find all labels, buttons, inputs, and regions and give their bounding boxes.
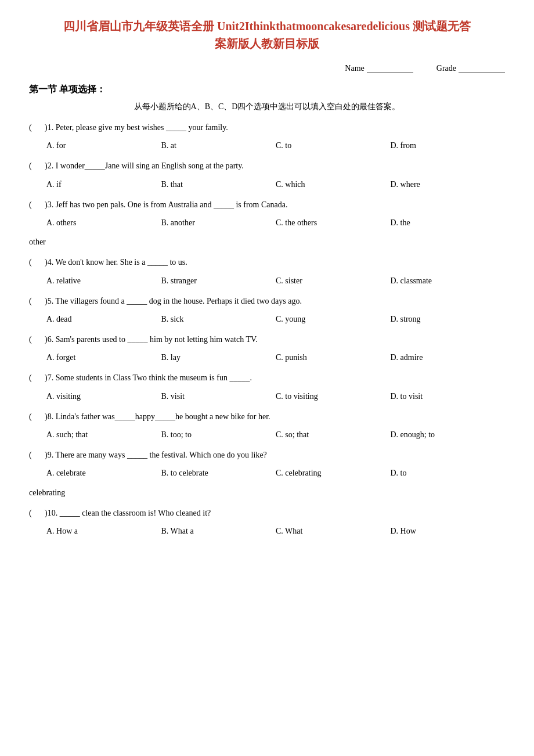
option-2-1: B. that <box>161 177 276 192</box>
name-field: Name <box>345 64 413 73</box>
options-2: A. ifB. thatC. whichD. where <box>46 177 505 192</box>
option-4-3: D. classmate <box>391 273 506 288</box>
option-7-0: A. visiting <box>46 389 161 404</box>
title-line1: 四川省眉山市九年级英语全册 Unit2Ithinkthatmooncakesar… <box>29 17 505 35</box>
option-6-0: A. forget <box>46 350 161 365</box>
question-text-3: ( )3. Jeff has two pen pals. One is from… <box>29 197 505 212</box>
option-9-3: D. to <box>391 466 506 480</box>
question-text-4: ( )4. We don't know her. She is a _____ … <box>29 255 505 269</box>
option-9-1: B. to celebrate <box>161 466 276 480</box>
option-6-1: B. lay <box>161 350 276 365</box>
name-underline <box>367 64 413 73</box>
option-2-0: A. if <box>46 177 161 192</box>
option-7-3: D. to visit <box>391 389 506 404</box>
option-1-2: C. to <box>276 138 391 153</box>
option-8-2: C. so; that <box>276 427 391 442</box>
question-text-9: ( )9. There are many ways _____ the fest… <box>29 448 505 462</box>
grade-label: Grade <box>436 64 456 73</box>
option-1-0: A. for <box>46 138 161 153</box>
question-7: ( )7. Some students in Class Two think t… <box>29 370 505 403</box>
option-10-0: A. How a <box>46 524 161 538</box>
option-8-0: A. such; that <box>46 427 161 442</box>
question-text-8: ( )8. Linda's father was_____happy_____h… <box>29 409 505 424</box>
option-3-3: D. the <box>391 215 506 230</box>
option-8-1: B. too; to <box>161 427 276 442</box>
title-line2: 案新版人教新目标版 <box>29 35 505 52</box>
option-6-2: C. punish <box>276 350 391 365</box>
option-9-2: C. celebrating <box>276 466 391 480</box>
section1-instruction: 从每小题所给的A、B、C、D四个选项中选出可以填入空白处的最佳答案。 <box>29 102 505 112</box>
question-text-1: ( )1. Peter, please give my best wishes … <box>29 120 505 135</box>
question-9: ( )9. There are many ways _____ the fest… <box>29 448 505 500</box>
name-label: Name <box>345 64 364 73</box>
option-7-2: C. to visiting <box>276 389 391 404</box>
options-8: A. such; thatB. too; toC. so; thatD. eno… <box>46 427 505 442</box>
grade-underline <box>459 64 505 73</box>
option-3-2: C. the others <box>276 215 391 230</box>
option-5-1: B. sick <box>161 312 276 326</box>
question-5: ( )5. The villagers found a _____ dog in… <box>29 294 505 326</box>
questions-container: ( )1. Peter, please give my best wishes … <box>29 120 505 538</box>
option-10-3: D. How <box>391 524 506 538</box>
question-6: ( )6. Sam's parents used to _____ him by… <box>29 332 505 365</box>
options-1: A. forB. atC. toD. from <box>46 138 505 153</box>
option-2-2: C. which <box>276 177 391 192</box>
option-1-1: B. at <box>161 138 276 153</box>
option-5-0: A. dead <box>46 312 161 326</box>
question-10: ( )10. _____ clean the classroom is! Who… <box>29 506 505 538</box>
title-block: 四川省眉山市九年级英语全册 Unit2Ithinkthatmooncakesar… <box>29 17 505 52</box>
question-1: ( )1. Peter, please give my best wishes … <box>29 120 505 153</box>
question-text-6: ( )6. Sam's parents used to _____ him by… <box>29 332 505 347</box>
option-8-3: D. enough; to <box>391 427 506 442</box>
question-4: ( )4. We don't know her. She is a _____ … <box>29 255 505 287</box>
option-5-2: C. young <box>276 312 391 326</box>
grade-field: Grade <box>436 64 505 73</box>
question-3: ( )3. Jeff has two pen pals. One is from… <box>29 197 505 250</box>
question-text-5: ( )5. The villagers found a _____ dog in… <box>29 294 505 308</box>
option-2-3: D. where <box>391 177 506 192</box>
options-6: A. forgetB. layC. punishD. admire <box>46 350 505 365</box>
option-4-0: A. relative <box>46 273 161 288</box>
option-6-3: D. admire <box>391 350 506 365</box>
options-9: A. celebrateB. to celebrateC. celebratin… <box>46 466 505 480</box>
options-7: A. visitingB. visitC. to visitingD. to v… <box>46 389 505 404</box>
question-text-7: ( )7. Some students in Class Two think t… <box>29 370 505 385</box>
option-4-2: C. sister <box>276 273 391 288</box>
question-text-2: ( )2. I wonder_____Jane will sing an Eng… <box>29 159 505 173</box>
question-8: ( )8. Linda's father was_____happy_____h… <box>29 409 505 442</box>
section1-title: 第一节 单项选择： <box>29 84 505 96</box>
option-3-0: A. others <box>46 215 161 230</box>
options-5: A. deadB. sickC. youngD. strong <box>46 312 505 326</box>
name-grade-row: Name Grade <box>29 64 505 73</box>
option-10-2: C. What <box>276 524 391 538</box>
continuation-3: other <box>29 235 505 249</box>
option-7-1: B. visit <box>161 389 276 404</box>
question-text-10: ( )10. _____ clean the classroom is! Who… <box>29 506 505 520</box>
option-9-0: A. celebrate <box>46 466 161 480</box>
options-3: A. othersB. anotherC. the othersD. the <box>46 215 505 230</box>
option-5-3: D. strong <box>391 312 506 326</box>
continuation-9: celebrating <box>29 485 505 500</box>
question-2: ( )2. I wonder_____Jane will sing an Eng… <box>29 159 505 191</box>
option-10-1: B. What a <box>161 524 276 538</box>
option-1-3: D. from <box>391 138 506 153</box>
option-4-1: B. stranger <box>161 273 276 288</box>
option-3-1: B. another <box>161 215 276 230</box>
options-4: A. relativeB. strangerC. sisterD. classm… <box>46 273 505 288</box>
options-10: A. How aB. What aC. WhatD. How <box>46 524 505 538</box>
